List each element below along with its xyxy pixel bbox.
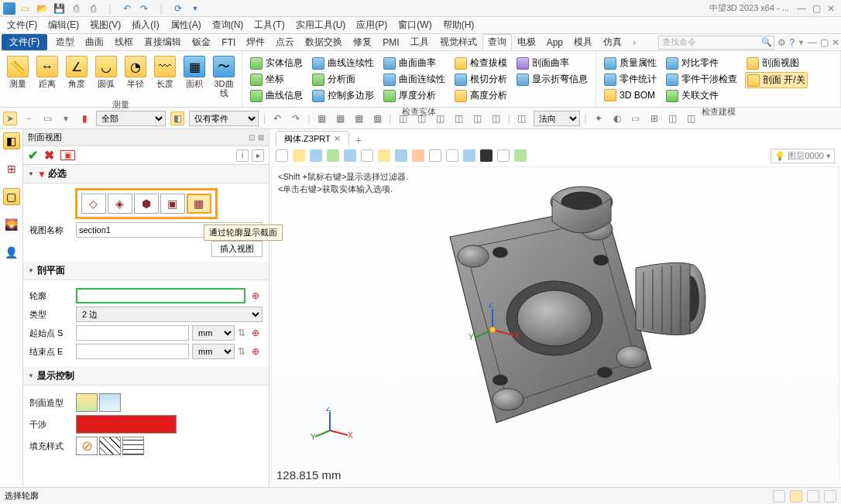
refresh-icon[interactable]: ⟳	[172, 2, 184, 15]
profile-opt-4[interactable]: ▣	[160, 194, 185, 214]
control-polygon-button[interactable]: 控制多边形	[311, 88, 376, 103]
tab-pcl[interactable]: 点云	[270, 34, 300, 50]
status-ic3[interactable]	[807, 490, 819, 502]
layer-display[interactable]: 💡 图层0000 ▾	[771, 149, 835, 163]
t16-icon[interactable]: ▭	[629, 111, 643, 125]
start-s-input[interactable]	[76, 325, 189, 341]
arc-button[interactable]: ◡圆弧	[92, 54, 120, 88]
nav-user-icon[interactable]: 👤	[3, 244, 20, 261]
wnd-max-icon[interactable]: ▢	[820, 37, 829, 48]
t5-icon[interactable]: ▦	[352, 111, 366, 125]
interference-color[interactable]	[76, 415, 177, 434]
mic-icon[interactable]: ⊕	[249, 289, 263, 303]
entity-info-button[interactable]: 实体信息	[249, 56, 304, 70]
dropdown-icon[interactable]: ▾	[59, 111, 73, 125]
status-ic4[interactable]	[824, 490, 836, 502]
section-curvature-button[interactable]: 剖面曲率	[515, 56, 589, 70]
surface-continuity-button[interactable]: 曲面连续性	[382, 72, 447, 87]
new-icon[interactable]: ▭	[19, 2, 31, 15]
filter-select2[interactable]: 仅有零件	[189, 111, 259, 126]
nav-box-icon[interactable]: ▢	[3, 188, 20, 205]
info-icon[interactable]: i	[236, 149, 249, 162]
profile-input[interactable]	[76, 288, 245, 303]
file-button[interactable]: 文件(F)	[2, 34, 47, 50]
interference-button[interactable]: 零件干涉检查	[664, 72, 739, 87]
coord-button[interactable]: 坐标	[249, 72, 304, 87]
tab-shape[interactable]: 造型	[50, 34, 80, 50]
type-select[interactable]: 2 边	[76, 307, 263, 322]
t6-icon[interactable]: ▦	[370, 111, 384, 125]
section-plane[interactable]: 剖平面	[23, 262, 269, 280]
tab-surf[interactable]: 曲面	[80, 34, 109, 50]
open-icon[interactable]: 📂	[36, 2, 48, 15]
v13-icon[interactable]	[480, 149, 493, 162]
fill-hatch1[interactable]	[99, 437, 121, 455]
v11-icon[interactable]	[446, 149, 458, 162]
tab-wire[interactable]: 线框	[109, 34, 139, 50]
pin-icon[interactable]: ⊡	[249, 133, 255, 142]
v9-icon[interactable]	[412, 149, 424, 162]
t10-icon[interactable]: ◫	[451, 111, 465, 125]
nav-sketch-icon[interactable]: ⊞	[3, 160, 20, 177]
menu-app[interactable]: 应用(P)	[351, 17, 393, 33]
t18-icon[interactable]: ◫	[666, 111, 680, 125]
tab-fti[interactable]: FTI	[216, 36, 241, 50]
insert-view-button[interactable]: 插入视图	[211, 241, 263, 257]
canvas-3d[interactable]: <Shift +鼠标右键>显示选择过滤器. <单击右键>获取实体输入选项.	[271, 166, 839, 485]
command-search[interactable]: 查找命令🔍	[658, 36, 774, 50]
help-icon[interactable]: ?	[789, 37, 795, 48]
v1-icon[interactable]	[276, 149, 288, 162]
v7-icon[interactable]	[378, 149, 390, 162]
menu-insert[interactable]: 插入(I)	[126, 17, 164, 33]
new-tab-button[interactable]: +	[351, 134, 366, 146]
profile-opt-1[interactable]: ◇	[81, 194, 106, 214]
doc-tab[interactable]: 阀体.Z3PRT ✕	[276, 131, 349, 146]
tab-pmi[interactable]: PMI	[377, 36, 404, 50]
ok-button[interactable]: ✔	[28, 148, 38, 163]
menu-tool[interactable]: 工具(T)	[249, 17, 290, 33]
t15-icon[interactable]: ◐	[610, 111, 624, 125]
menu-query[interactable]: 查询(N)	[207, 17, 249, 33]
angle-button[interactable]: ∠角度	[63, 54, 91, 88]
compare-parts-button[interactable]: 对比零件	[664, 56, 739, 70]
box-icon[interactable]: ◧	[170, 111, 184, 125]
tab-tools[interactable]: 工具	[405, 34, 434, 50]
close-icon[interactable]: ✕	[827, 3, 835, 14]
tab-electrode[interactable]: 电极	[512, 34, 541, 50]
pick-icon[interactable]: ⊕	[249, 326, 263, 340]
spinner-icon[interactable]: ⇅	[238, 327, 245, 338]
part-stats-button[interactable]: 零件统计	[602, 72, 658, 87]
surface-curvature-button[interactable]: 曲面曲率	[382, 56, 447, 70]
t8-icon[interactable]: ◫	[414, 111, 428, 125]
tab-overflow-icon[interactable]: ›	[627, 36, 641, 50]
menu-help[interactable]: 帮助(H)	[438, 17, 480, 33]
expand-icon[interactable]: ▸	[252, 149, 264, 162]
nav-scene-icon[interactable]: 🌄	[3, 216, 20, 233]
cancel-button[interactable]: ✖	[44, 148, 54, 163]
t3-icon[interactable]: ▦	[314, 111, 328, 125]
v14-icon[interactable]	[497, 149, 510, 162]
status-ic1[interactable]	[773, 490, 785, 502]
length-button[interactable]: 〰长度	[151, 54, 179, 88]
height-analysis-button[interactable]: 高度分析	[453, 88, 509, 103]
v6-icon[interactable]	[361, 149, 373, 162]
t4-icon[interactable]: ▦	[333, 111, 347, 125]
analysis-face-button[interactable]: 分析面	[311, 72, 376, 87]
fill-hatch2[interactable]	[122, 437, 144, 455]
profile-opt-2[interactable]: ◈	[108, 194, 132, 214]
dropdown-icon[interactable]: ▼	[189, 2, 201, 15]
t12-icon[interactable]: ◫	[489, 111, 503, 125]
tab-sheet[interactable]: 钣金	[187, 34, 216, 50]
style-trans[interactable]	[99, 393, 121, 412]
measure-button[interactable]: 📏测量	[4, 54, 32, 88]
curve-info-button[interactable]: 曲线信息	[249, 88, 304, 103]
color-icon[interactable]: ▮	[77, 111, 91, 125]
area-button[interactable]: ▦面积	[180, 54, 208, 88]
tab-dedit[interactable]: 直接编辑	[139, 34, 187, 50]
menu-util[interactable]: 实用工具(U)	[290, 17, 352, 33]
unit-select[interactable]: mm	[192, 325, 235, 341]
menu-window[interactable]: 窗口(W)	[393, 17, 437, 33]
fill-none[interactable]: ⊘	[76, 437, 98, 455]
undo-icon[interactable]: ↶	[121, 2, 133, 15]
tab-dex[interactable]: 数据交换	[300, 34, 348, 50]
